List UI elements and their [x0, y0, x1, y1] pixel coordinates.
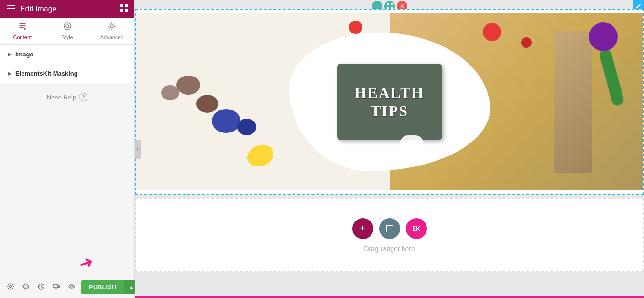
- walnut-1: [176, 76, 200, 95]
- canvas-toolbar-row: + ✕: [135, 0, 644, 9]
- strawberry-1: [349, 21, 362, 34]
- svg-point-13: [69, 285, 75, 288]
- berry-1: [521, 37, 532, 48]
- collapse-handle[interactable]: ‹: [135, 140, 141, 159]
- sidebar: Edit Image Content: [0, 0, 135, 298]
- history-icon[interactable]: [35, 281, 47, 294]
- svg-point-9: [110, 25, 113, 28]
- ek-label: EK: [412, 225, 420, 232]
- svg-rect-12: [58, 286, 60, 288]
- style-tab-icon: [63, 22, 72, 33]
- svg-point-7: [64, 23, 71, 30]
- walnut-3: [161, 85, 179, 100]
- purple-food: [589, 22, 618, 51]
- add-template-button[interactable]: [379, 218, 400, 239]
- svg-rect-15: [387, 3, 389, 5]
- chalkboard-line2: TIPS: [371, 102, 408, 120]
- main-canvas: ‹ + ✕: [135, 0, 644, 298]
- svg-rect-0: [7, 5, 15, 6]
- advanced-tab-icon: [108, 22, 116, 33]
- content-tab-icon: [18, 22, 27, 33]
- preview-icon[interactable]: [66, 281, 77, 294]
- empty-widget-area[interactable]: + EK Drag widget here: [135, 198, 644, 272]
- grid-icon[interactable]: [120, 4, 128, 14]
- drag-widget-text: Drag widget here: [364, 245, 415, 253]
- svg-rect-19: [386, 225, 393, 232]
- section-elementskit-masking[interactable]: ▶ ElementsKit Masking: [0, 64, 134, 83]
- section-image-arrow: ▶: [8, 52, 11, 57]
- svg-rect-4: [125, 4, 128, 7]
- responsive-icon[interactable]: [51, 281, 62, 294]
- svg-rect-6: [125, 9, 128, 12]
- sidebar-header-left: Edit Image: [7, 5, 56, 13]
- tab-style-label: Style: [61, 34, 73, 40]
- svg-point-10: [10, 285, 12, 287]
- walnut-2: [196, 95, 218, 113]
- svg-rect-16: [391, 3, 393, 5]
- chevron-up-icon: ▲: [128, 284, 134, 291]
- svg-point-14: [71, 286, 73, 287]
- svg-rect-2: [7, 11, 15, 11]
- svg-rect-11: [53, 284, 58, 287]
- settings-icon[interactable]: [5, 281, 16, 294]
- health-image: HEALTH TIPS: [136, 13, 643, 190]
- hamburger-icon[interactable]: [7, 5, 15, 13]
- svg-point-8: [66, 25, 69, 28]
- sidebar-header: Edit Image: [0, 0, 134, 18]
- need-help-label: Need Help: [47, 94, 76, 101]
- sidebar-title: Edit Image: [20, 5, 56, 13]
- blueberry-group: [212, 109, 240, 133]
- sidebar-footer: PUBLISH ▲: [0, 276, 134, 298]
- tab-advanced-label: Advanced: [100, 34, 124, 40]
- svg-rect-1: [7, 8, 15, 9]
- section-masking-label: ElementsKit Masking: [15, 70, 78, 77]
- section-masking-arrow: ▶: [8, 71, 11, 76]
- sidebar-content: ▶ Image ▶ ElementsKit Masking Need Help …: [0, 45, 134, 276]
- empty-widget-icons: + EK: [352, 218, 427, 239]
- layers-icon[interactable]: [20, 281, 32, 294]
- sidebar-tabs: Content Style Advanced: [0, 18, 134, 45]
- chalkboard: HEALTH TIPS: [337, 64, 442, 140]
- tab-content-label: Content: [13, 34, 32, 40]
- svg-rect-5: [120, 9, 123, 12]
- strawberry-2: [483, 23, 501, 41]
- need-help[interactable]: Need Help ?: [0, 83, 134, 111]
- tab-advanced[interactable]: Advanced: [89, 18, 134, 44]
- chalkboard-line1: HEALTH: [355, 84, 425, 102]
- add-section-button[interactable]: +: [352, 218, 373, 239]
- publish-button-group: PUBLISH ▲: [81, 280, 138, 294]
- svg-rect-3: [120, 4, 123, 7]
- tab-style[interactable]: Style: [45, 18, 90, 44]
- bottom-accent-bar: [135, 296, 644, 298]
- canvas-area: + ✕: [135, 0, 644, 296]
- section-image[interactable]: ▶ Image: [0, 45, 134, 64]
- image-widget[interactable]: HEALTH TIPS: [135, 9, 644, 195]
- grain-bowl: [554, 31, 592, 173]
- tab-content[interactable]: Content: [0, 18, 45, 44]
- help-circle-icon: ?: [79, 93, 87, 101]
- section-image-label: Image: [15, 51, 33, 58]
- publish-button[interactable]: PUBLISH: [81, 280, 124, 294]
- add-elementskit-button[interactable]: EK: [406, 218, 427, 239]
- pills: [400, 135, 424, 152]
- blueberry-2: [237, 119, 256, 135]
